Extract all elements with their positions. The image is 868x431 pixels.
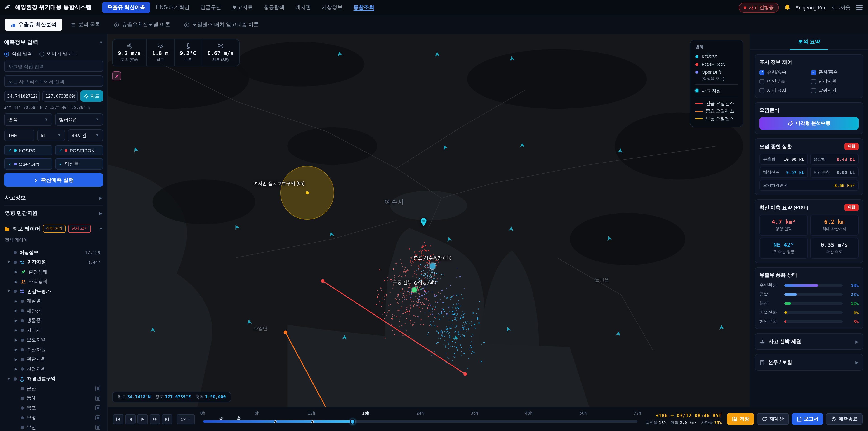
layer-toggle-dot[interactable] [21, 397, 24, 400]
duration-select[interactable]: 48시간▼ [68, 129, 103, 142]
menu-hamburger-icon[interactable] [855, 4, 864, 11]
incident-list-input[interactable] [4, 75, 103, 87]
tab-analysis-summary[interactable]: 분석 요약 [790, 38, 828, 50]
chevron-right-icon[interactable]: ▶ [14, 309, 18, 313]
play-button[interactable] [137, 414, 148, 424]
layer-tree-row[interactable]: ▶수산자원 [3, 345, 104, 355]
layer-toggle-dot[interactable] [13, 377, 17, 380]
layer-tree-row[interactable]: ▶사회경제 [3, 277, 104, 286]
playback-speed-select[interactable]: 1x▼ [177, 414, 195, 424]
display-option-checkbox[interactable]: 시간 표시 [760, 87, 807, 94]
map-annotation[interactable]: 종포 해수욕장 (1h) [414, 255, 452, 269]
save-action-button[interactable]: 저장 [727, 413, 754, 425]
layer-toggle-dot[interactable] [13, 290, 17, 293]
sidebar-section-영향 민감자원[interactable]: 영향 민감자원▶ [4, 206, 103, 221]
incident-status-badge[interactable]: 사고 진행중 [739, 2, 779, 12]
radio-direct-input[interactable]: 직접 입력 [4, 51, 32, 57]
layer-toggle-dot[interactable] [21, 319, 24, 322]
chevron-right-icon[interactable]: ▶ [14, 299, 18, 303]
nav-item[interactable]: 게시판 [290, 2, 316, 13]
nav-item[interactable]: 유출유 확산예측 [102, 2, 150, 13]
subtab[interactable]: 분석 목록 [64, 19, 106, 31]
layer-tree-row[interactable]: 목포 [3, 403, 104, 413]
skip-to-start-button[interactable] [113, 414, 123, 424]
layer-tree-row[interactable]: ▶환경생태 [3, 267, 104, 277]
chevron-down-icon[interactable]: ▼ [7, 260, 11, 265]
layer-toggle-dot[interactable] [21, 358, 24, 361]
input-panel-header[interactable]: 예측정보 입력 ▼ [4, 38, 103, 46]
display-option-checkbox[interactable]: 예인부표 [760, 78, 807, 85]
model-chip[interactable]: ✓OpenDrift [4, 158, 52, 170]
layers-all-on-button[interactable]: 전체 켜기 [43, 225, 66, 233]
layer-tree-row[interactable]: ▶서식지 [3, 326, 104, 335]
layer-tree-row[interactable]: ▶산업자원 [3, 364, 104, 374]
polygon-analysis-button[interactable]: 다각형 분석수행 [760, 117, 859, 130]
layer-tree-row[interactable]: 어장정보17,129 [3, 248, 104, 257]
collapsed-section-ship[interactable]: 사고 선박 제원▶ [754, 333, 864, 350]
spill-type-select[interactable]: 연속▼ [4, 114, 52, 126]
layer-toggle-dot[interactable] [21, 407, 24, 410]
model-chip[interactable]: ✓앙상블 [55, 158, 103, 170]
nav-item[interactable]: HNS·대기확산 [151, 2, 194, 13]
latitude-input[interactable] [4, 91, 39, 101]
chevron-down-icon[interactable]: ▼ [7, 289, 11, 294]
sidebar-section-사고정보[interactable]: 사고정보▶ [4, 190, 103, 206]
layer-toggle-dot[interactable] [21, 329, 24, 332]
layer-tree-row[interactable]: 부산 [3, 423, 104, 431]
nav-item[interactable]: 통합조회 [348, 2, 379, 13]
map-annotation[interactable]: 국동 전복 양식장 (3h) [393, 279, 436, 293]
layer-toggle-dot[interactable] [21, 300, 24, 303]
zoom-to-layer-button[interactable] [95, 425, 100, 430]
layer-tree-row[interactable]: ▶해안선 [3, 306, 104, 316]
model-chip[interactable]: ✓POSEIDON [55, 145, 103, 155]
layer-tree-row[interactable]: 보령 [3, 413, 104, 423]
pick-on-map-button[interactable]: 지도 [81, 90, 103, 102]
layer-toggle-dot[interactable] [21, 416, 24, 420]
layer-toggle-dot[interactable] [21, 368, 24, 371]
display-option-checkbox[interactable]: 날짜시간 [811, 87, 859, 94]
nav-item[interactable]: 기상정보 [317, 2, 348, 13]
subtab[interactable]: 유출유 확산분석 [4, 19, 62, 31]
map-area[interactable]: 여자만 습지보호구역 (6h)여수시화양면돌산읍종포 해수욕장 (1h)국동 전… [107, 34, 749, 407]
layer-tree-row[interactable]: ▶관광자원 [3, 355, 104, 364]
nav-item[interactable]: 항공탐색 [259, 2, 289, 13]
longitude-input[interactable] [42, 91, 78, 101]
collapsed-section-building[interactable]: 선주 / 보험▶ [754, 354, 864, 371]
timeline-track[interactable]: 0h6h12h18h24h36h48h60h72h [203, 410, 638, 428]
run-prediction-button[interactable]: 확산예측 실행 [4, 173, 103, 187]
chevron-right-icon[interactable]: ▶ [14, 270, 18, 274]
layer-tree-row[interactable]: ▼해경관할구역 [3, 374, 104, 384]
nav-item[interactable]: 보고자료 [227, 2, 258, 13]
stop-action-button[interactable]: 예측종료 [826, 413, 863, 425]
layer-toggle-dot[interactable] [21, 426, 24, 429]
chevron-right-icon[interactable]: ▶ [14, 329, 18, 333]
timeline-ship-marker[interactable] [219, 414, 223, 422]
zoom-to-layer-button[interactable] [95, 396, 100, 401]
zoom-to-layer-button[interactable] [95, 415, 100, 420]
fast-forward-button[interactable] [150, 414, 160, 424]
layer-tree-row[interactable]: 동해 [3, 394, 104, 403]
layer-tree-row[interactable]: ▶보호지역 [3, 335, 104, 345]
display-option-checkbox[interactable]: 민감자원 [811, 78, 859, 85]
layer-toggle-dot[interactable] [13, 261, 17, 264]
layer-toggle-dot[interactable] [21, 309, 24, 313]
chevron-right-icon[interactable]: ▶ [14, 338, 18, 342]
timeline-ship-marker[interactable] [237, 414, 241, 422]
radio-image-upload[interactable]: 이미지 업로드 [39, 51, 77, 57]
subtab[interactable]: 오일펜스 배치 알고리즘 이론 [178, 19, 265, 31]
display-option-checkbox[interactable]: ✓유향/유속 [760, 69, 807, 75]
subtab[interactable]: 유출유확산모델 이론 [108, 19, 176, 31]
spill-point-pin-icon[interactable] [418, 217, 428, 229]
layer-toggle-dot[interactable] [21, 348, 24, 351]
incident-name-input[interactable] [4, 61, 103, 72]
layer-toggle-dot[interactable] [21, 387, 24, 390]
chevron-down-icon[interactable]: ▼ [7, 377, 11, 381]
layer-tree-row[interactable]: 군산 [3, 384, 104, 394]
skip-to-end-button[interactable] [162, 414, 172, 424]
user-name[interactable]: Eunjeong Kim [796, 5, 827, 10]
oil-type-select[interactable]: 벙커C유▼ [55, 114, 103, 126]
step-back-button[interactable] [125, 414, 135, 424]
zoom-to-layer-button[interactable] [95, 406, 100, 411]
chevron-right-icon[interactable]: ▶ [14, 358, 18, 362]
refresh-action-button[interactable]: 재계산 [757, 413, 789, 425]
